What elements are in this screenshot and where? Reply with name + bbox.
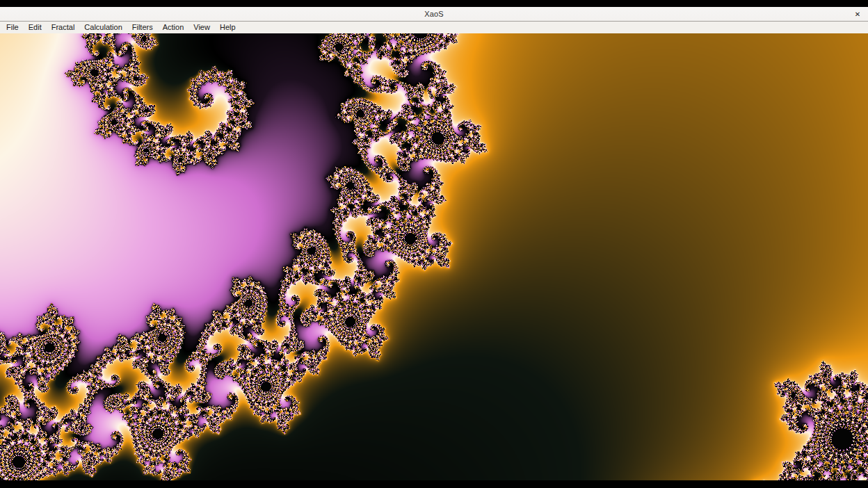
screen: XaoS ✕ File Edit Fractal Calculation Fil… xyxy=(0,0,868,488)
menu-bar: File Edit Fractal Calculation Filters Ac… xyxy=(0,22,868,33)
menu-item-edit[interactable]: Edit xyxy=(24,22,47,33)
bottom-screen-edge xyxy=(0,480,868,487)
menu-item-view[interactable]: View xyxy=(188,22,215,33)
menu-item-help[interactable]: Help xyxy=(215,22,241,33)
fractal-view xyxy=(0,33,868,480)
title-bar: XaoS ✕ xyxy=(0,7,868,22)
menu-item-file[interactable]: File xyxy=(1,22,24,33)
menu-item-action[interactable]: Action xyxy=(158,22,189,33)
menu-item-filters[interactable]: Filters xyxy=(127,22,158,33)
menu-item-fractal[interactable]: Fractal xyxy=(47,22,80,33)
fractal-canvas[interactable] xyxy=(0,33,868,480)
top-screen-edge xyxy=(0,0,868,7)
menu-item-calculation[interactable]: Calculation xyxy=(79,22,127,33)
close-icon[interactable]: ✕ xyxy=(851,7,864,22)
window-title: XaoS xyxy=(424,10,444,18)
